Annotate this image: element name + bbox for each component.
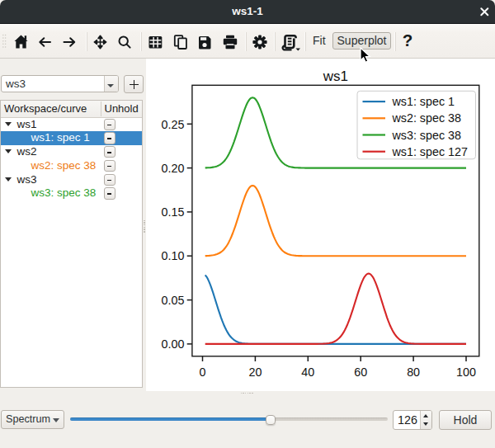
svg-text:ws1: spec 127: ws1: spec 127 [392, 144, 468, 158]
svg-text:0.20: 0.20 [162, 161, 185, 174]
svg-text:0.00: 0.00 [162, 337, 185, 351]
svg-text:ws1: ws1 [323, 68, 348, 84]
svg-text:100: 100 [456, 365, 476, 379]
svg-text:60: 60 [354, 365, 367, 379]
svg-text:0: 0 [200, 365, 206, 379]
svg-text:40: 40 [301, 365, 314, 379]
svg-text:0.25: 0.25 [162, 117, 185, 130]
svg-text:ws1: spec 1: ws1: spec 1 [392, 95, 455, 108]
svg-text:0.15: 0.15 [162, 205, 185, 219]
svg-text:ws2: spec 38: ws2: spec 38 [392, 111, 461, 125]
svg-text:0.05: 0.05 [162, 293, 185, 306]
svg-text:80: 80 [407, 365, 420, 379]
svg-text:0.10: 0.10 [162, 249, 185, 262]
svg-text:ws3: spec 38: ws3: spec 38 [392, 128, 461, 141]
svg-text:20: 20 [248, 365, 262, 379]
